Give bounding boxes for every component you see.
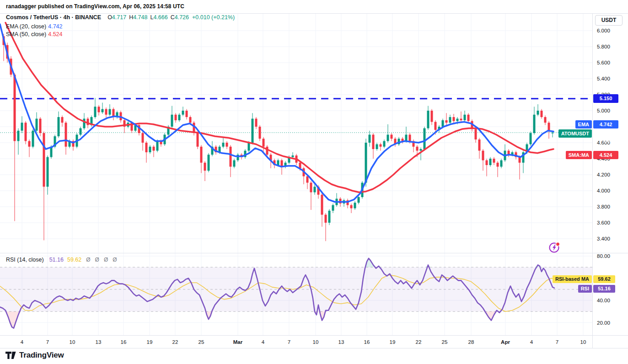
rsi-ma-tag: RSI-based MA [553,275,592,283]
time-axis-label: 16 [364,339,370,345]
sma-tag: SMA:MA [566,151,592,159]
technicals-lightning-icon[interactable] [548,241,561,254]
empty-set-icon: Ø [104,257,108,263]
time-axis-label: 13 [96,339,102,345]
symbol-legend[interactable]: Cosmos / TetherUS · 4h · BINANCEO4.717H4… [6,14,235,21]
symbol-name: Cosmos / TetherUS · 4h · BINANCE [6,14,101,21]
rsi-value-badge: 51.16 [593,285,615,293]
price-axis-label: 5.000 [597,108,610,113]
rsi-legend[interactable]: RSI (14, close)51.1659.62ØØØØ [6,257,117,263]
last-price-value: 4.726 [595,130,625,137]
chart-canvas[interactable]: 6.0005.8005.6005.4005.2005.0004.8004.600… [0,0,628,348]
attribution-text: ranadagger published on TradingView.com,… [6,3,184,10]
moving-averages-layer [0,23,553,202]
resistance-price-badge: 5.150 [593,94,618,103]
price-axis-label: 5.800 [597,44,610,49]
rsi-legend-value: 51.16 [49,257,64,263]
price-axis-label: 5.400 [597,76,610,81]
bar-countdown: 01:01:30 [595,144,625,151]
time-axis-label: 4 [530,339,533,345]
high-value: 4.748 [133,14,147,21]
sma-legend-value: 4.524 [48,31,62,37]
time-axis-label: 4 [262,339,265,345]
rsi-tag: RSI [578,285,592,293]
rsi-ma-legend-value: 59.62 [67,257,81,263]
rsi-axis-label: 20.00 [597,320,610,326]
time-axis-label: 10 [70,339,75,345]
empty-set-icon: Ø [95,257,99,263]
price-axis-label: 4.000 [597,188,610,193]
close-value: 4.726 [175,14,189,21]
time-axis-label: 22 [416,339,422,345]
empty-set-icon: Ø [86,257,90,263]
tradingview-logo-icon [5,352,16,359]
price-axis-label: 5.600 [597,60,610,65]
time-axis-label: Mar [233,339,243,345]
high-label: H [129,14,133,21]
time-axis-label: Apr [501,339,510,345]
ema-legend[interactable]: EMA (20, close)4.742 [6,23,63,30]
time-axis-label: 16 [121,339,127,345]
price-axis-label: 3.800 [597,204,610,209]
price-axis-label: 3.600 [597,220,610,225]
time-axis-label: 28 [468,339,474,345]
rsi-ma-value-badge: 59.62 [593,275,615,283]
rsi-legend-label: RSI (14, close) [6,257,44,263]
time-axis-label: 25 [199,339,204,345]
ema20-line [0,24,553,202]
empty-set-icon: Ø [113,257,117,263]
lightning-icon [548,241,561,254]
sma-price-badge: 4.524 [593,151,618,159]
time-axis-label: 10 [580,339,586,345]
price-axis-label: 4.200 [597,172,610,177]
tradingview-logo-text: TradingView [19,351,64,360]
change-value: +0.010 (+0.21%) [192,14,235,21]
last-price-badge: 4.726 −18.76% 01:01:30 [593,129,627,152]
time-axis-label: 7 [288,339,290,345]
time-axis-label: 19 [390,339,396,345]
time-axis-label: 22 [172,339,178,345]
price-axis-label: 6.000 [597,28,610,33]
close-label: C [171,14,175,21]
tradingview-published-chart: { "attribution": "ranadagger published o… [0,0,628,364]
symbol-tag: ATOMUSDT [558,129,592,138]
change-percent: −18.76% [595,137,625,144]
open-label: O [107,14,112,21]
currency-usdt-button[interactable]: USDT [595,15,623,26]
time-axis-label: 4 [21,339,24,345]
time-axis-label: 19 [147,339,153,345]
time-axis-label: 25 [442,339,448,345]
tradingview-logo[interactable]: TradingView [5,351,64,360]
rsi-axis-label: 40.00 [597,298,610,303]
time-axis-label: 13 [338,339,344,345]
ema-tag: EMA [575,120,592,128]
open-value: 4.717 [112,14,126,21]
low-value: 4.666 [153,14,167,21]
ema-legend-value: 4.742 [48,23,62,30]
time-axis-label: 7 [46,339,49,345]
ema-legend-label: EMA (20, close) [6,23,46,30]
time-axis-label: 10 [313,339,319,345]
rsi-axis-label: 80.00 [597,253,610,259]
time-axis-label: 7 [556,339,558,345]
price-axis-label: 3.400 [597,236,610,241]
sma-legend-label: SMA (50, close) [6,31,46,37]
sma-legend[interactable]: SMA (50, close)4.524 [6,31,63,37]
ema-price-badge: 4.742 [593,120,618,128]
